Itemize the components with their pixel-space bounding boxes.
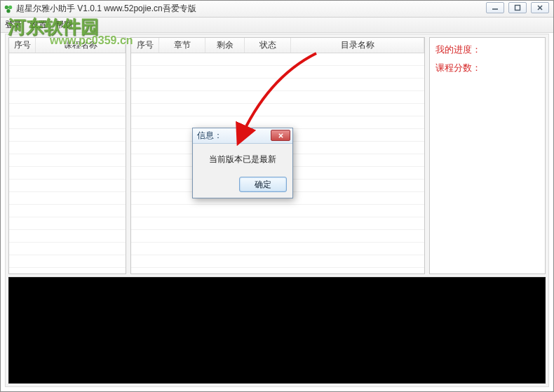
menu-settings[interactable]: 设置 [30,19,47,31]
table-row [131,217,424,230]
col-chapter[interactable]: 章节 [159,38,205,53]
table-row [9,142,126,154]
svg-rect-4 [515,6,520,11]
table-row [131,255,424,268]
col-status[interactable]: 状态 [245,38,291,53]
table-row [9,129,126,142]
table-row [9,217,126,230]
app-icon [4,4,13,14]
table-row [9,255,126,268]
dialog-footer: 确定 [193,173,292,198]
table-row [131,230,424,243]
col-dirname[interactable]: 目录名称 [291,38,424,53]
table-row [9,116,126,129]
ok-button[interactable]: 确定 [239,177,287,192]
course-list-header: 序号 课程名称 [9,38,126,53]
table-row [9,66,126,79]
dialog-message: 当前版本已是最新 [193,144,292,173]
table-row [131,205,424,217]
table-row [9,53,126,66]
info-panel: 我的进度： 课程分数： [429,37,546,274]
app-window: 超星尔雅小助手 V1.0.1 www.52pojie.cn吾爱专版 登录 设置 … [0,0,554,392]
table-row [9,167,126,180]
col-course-name[interactable]: 课程名称 [36,38,126,53]
console-output[interactable] [8,277,546,384]
info-dialog: 信息： 当前版本已是最新 确定 [192,128,293,198]
table-row [9,154,126,167]
table-row [131,104,424,116]
menu-help[interactable]: 帮助 [55,19,72,31]
close-button[interactable] [531,2,549,13]
col-index[interactable]: 序号 [9,38,36,53]
table-row [131,79,424,91]
progress-label: 我的进度： [435,43,539,56]
dialog-titlebar: 信息： [193,128,292,144]
table-row [9,192,126,205]
dialog-title: 信息： [197,130,222,142]
col-index[interactable]: 序号 [131,38,159,53]
table-row [9,79,126,91]
table-row [9,180,126,192]
table-row [9,91,126,104]
window-controls [486,2,549,13]
table-row [131,91,424,104]
dialog-close-button[interactable] [271,130,290,141]
svg-point-0 [5,5,8,8]
menu-login[interactable]: 登录 [5,19,22,31]
table-row [9,104,126,116]
score-label: 课程分数： [435,62,539,74]
course-list-panel: 序号 课程名称 [8,37,126,274]
svg-point-1 [8,5,12,8]
titlebar: 超星尔雅小助手 V1.0.1 www.52pojie.cn吾爱专版 [1,1,553,18]
table-row [131,53,424,66]
table-row [131,243,424,255]
table-row [131,66,424,79]
course-list-body[interactable] [9,53,126,273]
minimize-button[interactable] [486,2,504,13]
client-area: 序号 课程名称 序号 章节 剩余 状态 目录名称 [5,34,549,387]
maximize-button[interactable] [508,2,527,13]
window-title: 超星尔雅小助手 V1.0.1 www.52pojie.cn吾爱专版 [16,3,196,15]
svg-point-2 [6,9,10,13]
table-row [9,205,126,217]
chapter-list-header: 序号 章节 剩余 状态 目录名称 [131,38,424,53]
menubar: 登录 设置 帮助 [1,18,553,33]
table-row [9,230,126,243]
table-row [9,243,126,255]
col-remain[interactable]: 剩余 [205,38,245,53]
